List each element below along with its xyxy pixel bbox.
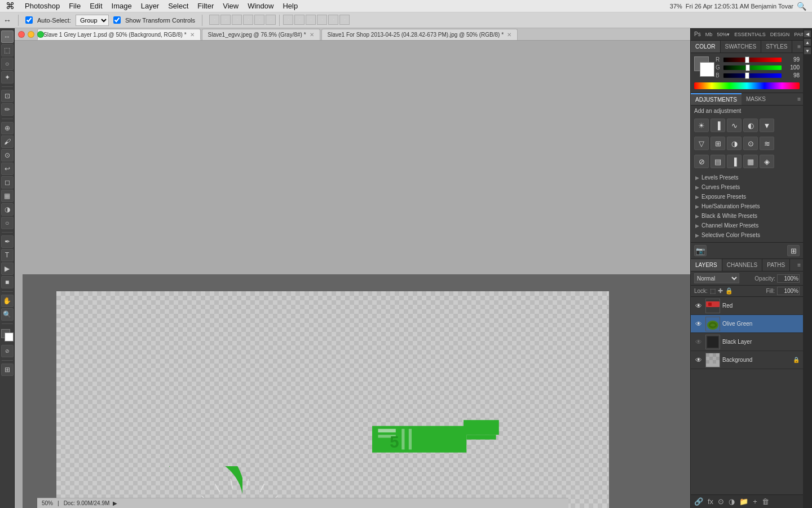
lock-all-icon[interactable]: 🔒 [725,287,733,295]
distribute-bottom-icon[interactable]: ⬝ [339,15,350,25]
tab-color[interactable]: COLOR [691,41,721,52]
lasso-tool[interactable]: ○ [1,58,14,70]
color-panel-menu[interactable]: ≡ [795,43,803,50]
tab-paths[interactable]: PATHS [762,259,790,271]
eyedropper-tool[interactable]: ✏ [1,103,14,116]
b-slider-thumb[interactable] [745,72,749,79]
lock-move-icon[interactable]: ✚ [718,287,723,295]
path-select-tool[interactable]: ▶ [1,262,14,275]
fill-input[interactable] [777,287,800,295]
menu-window[interactable]: Window [243,0,278,12]
shape-tool[interactable]: ■ [1,276,14,288]
align-center-icon[interactable]: ⬝ [220,15,231,25]
preset-huesat[interactable]: ▶ Hue/Saturation Presets [691,202,803,211]
adj-panel-menu[interactable]: ≡ [795,96,803,102]
auto-select-dropdown[interactable]: Group Layer [76,15,109,26]
distribute-left-icon[interactable]: ⬝ [283,15,293,25]
layer-visibility-olivegreen[interactable]: 👁 [694,320,703,328]
distribute-top-icon[interactable]: ⬝ [317,15,327,25]
tab-masks[interactable]: MASKS [742,93,770,105]
tab-egvv[interactable]: Slave1_egvv.jpeg @ 76.9% (Gray/8#) * ✕ [202,29,320,40]
layer-mask-icon[interactable]: ⊙ [718,497,724,506]
move-tool[interactable]: ↔ [1,30,14,43]
hand-tool[interactable]: ✋ [1,295,14,307]
opacity-input[interactable] [777,274,800,283]
layer-visibility-red[interactable]: 👁 [694,302,703,310]
type-tool[interactable]: T [1,249,14,261]
minimize-button[interactable] [28,31,34,38]
eraser-tool[interactable]: ◻ [1,176,14,189]
workspace-design[interactable]: DESIGN [770,32,790,37]
color-switcher[interactable] [1,329,14,341]
layer-item-red[interactable]: 👁 Red [691,297,803,315]
brightness-contrast-icon[interactable]: ☀ [694,119,709,132]
b-slider-track[interactable] [723,73,782,78]
crop-tool[interactable]: ⊡ [1,90,14,102]
zoom-tool[interactable]: 🔍 [1,308,14,321]
marquee-tool[interactable]: ⬚ [1,44,14,56]
pen-tool[interactable]: ✒ [1,235,14,248]
invert-icon[interactable]: ⊘ [694,155,709,168]
link-layers-icon[interactable]: 🔗 [694,497,703,506]
brush-tool[interactable]: 🖌 [1,135,14,148]
workspace-essentials[interactable]: ESSENTIALS [734,32,766,37]
blend-mode-select[interactable]: Normal Multiply Screen Overlay [694,273,739,283]
menu-file[interactable]: File [64,0,85,12]
panel-scroll-up[interactable]: ▲ [804,39,811,46]
tab-swatches[interactable]: SWATCHES [721,41,762,52]
layer-item-background[interactable]: 👁 Background 🔒 [691,351,803,369]
threshold-icon[interactable]: ▐ [727,155,742,168]
levels-icon[interactable]: ▐ [710,119,725,132]
background-color[interactable] [5,332,14,341]
tab-layers[interactable]: LAYERS [691,259,722,271]
delete-layer-icon[interactable]: 🗑 [762,497,769,506]
vibrance-icon[interactable]: ▼ [760,119,774,132]
distribute-center-icon[interactable]: ⬝ [294,15,304,25]
r-slider-track[interactable] [723,58,782,62]
maximize-button[interactable] [37,31,44,38]
color-balance-icon[interactable]: ⊞ [710,137,725,150]
menu-view[interactable]: View [218,0,243,12]
quick-mask-tool[interactable]: ⊘ [1,345,14,357]
tab-close-1[interactable]: ✕ [310,32,314,38]
clone-tool[interactable]: ⊙ [1,149,14,161]
layer-item-blacklayer[interactable]: 👁 Black Layer [691,333,803,351]
tab-channels[interactable]: CHANNELS [722,259,762,271]
menu-edit[interactable]: Edit [85,0,107,12]
adj-layers-icon[interactable]: ⊞ [787,245,800,256]
canvas-viewport[interactable]: 5 5 50% | Doc: 9.00M/24.9M ▶ [23,274,690,508]
gradient-map-icon[interactable]: ▦ [743,155,758,168]
layer-item-olivegreen[interactable]: 👁 Olive Green [691,315,803,333]
apple-menu[interactable]: ⌘ [0,1,20,11]
tab-styles[interactable]: STYLES [761,41,792,52]
gradient-tool[interactable]: ▦ [1,190,14,202]
channel-mixer-icon[interactable]: ≋ [760,137,774,150]
preset-selectivecolor[interactable]: ▶ Selective Color Presets [691,230,803,240]
distribute-vcenter-icon[interactable]: ⬝ [328,15,338,25]
tab-adjustments[interactable]: ADJUSTMENTS [691,93,742,105]
curves-icon[interactable]: ∿ [727,119,742,132]
tab-close-0[interactable]: ✕ [190,32,195,38]
preset-bw[interactable]: ▶ Black & White Presets [691,211,803,221]
layer-visibility-background[interactable]: 👁 [694,356,703,364]
layer-group-icon[interactable]: 📁 [739,497,748,506]
search-icon[interactable]: 🔍 [797,2,806,11]
blur-tool[interactable]: ◑ [1,203,14,216]
layer-fx-icon[interactable]: fx [708,497,713,506]
close-button[interactable] [18,31,25,38]
align-bottom-icon[interactable]: ⬝ [266,15,276,25]
tab-close-2[interactable]: ✕ [507,32,511,38]
preset-channelmixer[interactable]: ▶ Channel Mixer Presets [691,221,803,230]
zoom-display[interactable]: 50%▾ [717,32,730,37]
preset-curves[interactable]: ▶ Curves Presets [691,182,803,192]
photoshop-canvas[interactable]: 5 5 [56,291,609,508]
photo-filter-icon[interactable]: ⊙ [743,137,758,150]
color-spectrum-bar[interactable] [694,82,800,89]
g-slider-track[interactable] [723,65,782,70]
adj-layer-icon[interactable]: ◑ [729,497,735,506]
menu-photoshop[interactable]: Photoshop [20,0,64,12]
panel-scroll-down[interactable]: ▼ [804,47,811,54]
g-slider-thumb[interactable] [745,64,750,71]
dodge-tool[interactable]: ○ [1,217,14,229]
layer-visibility-blacklayer[interactable]: 👁 [694,338,703,346]
